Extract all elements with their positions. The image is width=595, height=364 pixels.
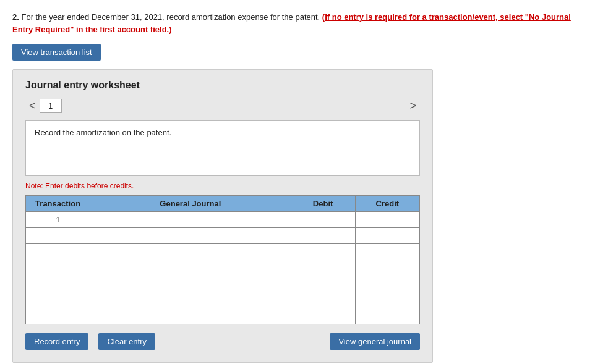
general-journal-input[interactable]: [93, 311, 288, 321]
debit-input[interactable]: [294, 295, 353, 305]
transaction-cell: [26, 276, 90, 292]
debit-cell[interactable]: [291, 276, 355, 292]
clear-entry-button[interactable]: Clear entry: [98, 333, 155, 350]
tab-number[interactable]: 1: [40, 99, 62, 113]
description-box: Record the amortization on the patent.: [25, 120, 420, 176]
worksheet-container: Journal entry worksheet < 1 > Record the…: [12, 69, 433, 363]
debit-cell[interactable]: [291, 212, 355, 228]
view-transaction-button[interactable]: View transaction list: [12, 44, 101, 61]
general-journal-cell[interactable]: [90, 292, 291, 308]
record-entry-button[interactable]: Record entry: [25, 333, 88, 350]
credit-input[interactable]: [358, 279, 417, 289]
credit-input[interactable]: [358, 231, 417, 240]
credit-cell[interactable]: [355, 308, 419, 324]
table-row: [26, 308, 420, 324]
tab-navigation: < 1 >: [25, 98, 420, 114]
general-journal-input[interactable]: [93, 279, 288, 289]
credit-input[interactable]: [358, 215, 417, 224]
debit-cell[interactable]: [291, 292, 355, 308]
debit-cell[interactable]: [291, 244, 355, 260]
credit-cell[interactable]: [355, 260, 419, 276]
worksheet-title: Journal entry worksheet: [25, 80, 420, 91]
general-journal-input[interactable]: [93, 295, 288, 305]
col-credit: Credit: [355, 196, 419, 212]
general-journal-input[interactable]: [93, 215, 288, 224]
transaction-cell: [26, 260, 90, 276]
prev-tab-arrow[interactable]: <: [25, 98, 40, 114]
col-debit: Debit: [291, 196, 355, 212]
credit-input[interactable]: [358, 295, 417, 305]
credit-cell[interactable]: [355, 276, 419, 292]
debit-input[interactable]: [294, 311, 353, 321]
general-journal-cell[interactable]: [90, 260, 291, 276]
general-journal-cell[interactable]: [90, 244, 291, 260]
general-journal-cell[interactable]: [90, 212, 291, 228]
note-text: Note: Enter debits before credits.: [25, 182, 420, 190]
next-tab-arrow[interactable]: >: [406, 98, 420, 114]
question-main-text: For the year ended December 31, 2021, re…: [21, 12, 320, 22]
table-row: [26, 244, 420, 260]
debit-input[interactable]: [294, 231, 353, 240]
debit-cell[interactable]: [291, 260, 355, 276]
col-transaction: Transaction: [26, 196, 90, 212]
debit-input[interactable]: [294, 215, 353, 224]
transaction-cell: [26, 228, 90, 244]
general-journal-input[interactable]: [93, 247, 288, 256]
credit-input[interactable]: [358, 263, 417, 273]
general-journal-cell[interactable]: [90, 276, 291, 292]
table-row: 1: [26, 212, 420, 228]
table-row: [26, 260, 420, 276]
debit-input[interactable]: [294, 279, 353, 289]
debit-input[interactable]: [294, 263, 353, 273]
table-row: [26, 276, 420, 292]
table-row: [26, 228, 420, 244]
description-text: Record the amortization on the patent.: [35, 128, 171, 137]
credit-cell[interactable]: [355, 228, 419, 244]
debit-cell[interactable]: [291, 308, 355, 324]
general-journal-input[interactable]: [93, 231, 288, 240]
transaction-cell: 1: [26, 212, 90, 228]
button-row: Record entry Clear entry View general jo…: [25, 333, 420, 350]
credit-input[interactable]: [358, 247, 417, 256]
transaction-cell: [26, 244, 90, 260]
question-text: 2. For the year ended December 31, 2021,…: [12, 11, 583, 35]
debit-input[interactable]: [294, 247, 353, 256]
journal-table: Transaction General Journal Debit Credit…: [25, 195, 420, 324]
col-general-journal: General Journal: [90, 196, 291, 212]
general-journal-cell[interactable]: [90, 228, 291, 244]
question-number: 2.: [12, 12, 19, 22]
credit-cell[interactable]: [355, 292, 419, 308]
view-general-journal-button[interactable]: View general journal: [330, 333, 420, 350]
credit-cell[interactable]: [355, 244, 419, 260]
debit-cell[interactable]: [291, 228, 355, 244]
table-row: [26, 292, 420, 308]
general-journal-cell[interactable]: [90, 308, 291, 324]
general-journal-input[interactable]: [93, 263, 288, 273]
credit-input[interactable]: [358, 311, 417, 321]
credit-cell[interactable]: [355, 212, 419, 228]
transaction-cell: [26, 308, 90, 324]
transaction-cell: [26, 292, 90, 308]
